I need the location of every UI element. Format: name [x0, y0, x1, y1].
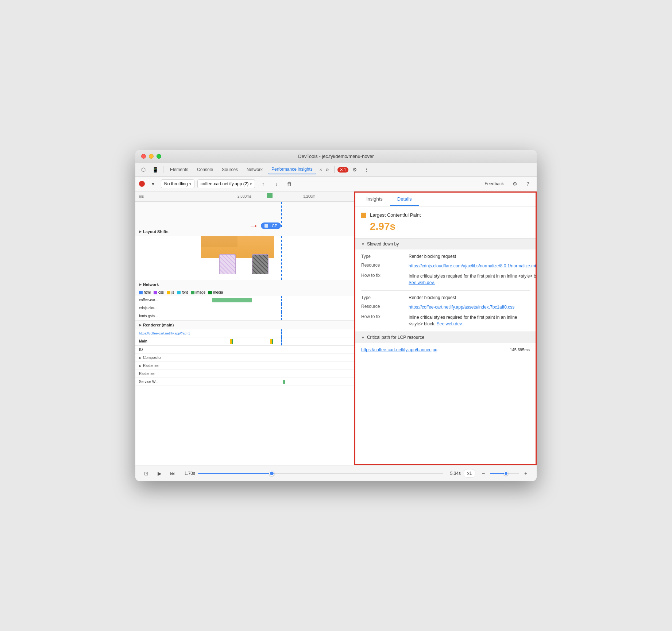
- tab-network[interactable]: Network: [243, 165, 266, 174]
- html-color: [139, 291, 143, 294]
- legend-font: font: [177, 290, 188, 294]
- legend-image: image: [191, 290, 205, 294]
- settings-icon[interactable]: ⚙: [350, 164, 360, 175]
- critical-path-header[interactable]: ▼ Critical path for LCP resource: [355, 332, 536, 343]
- session-dropdown[interactable]: coffee-cart.netlify.app (2) ▾: [197, 179, 255, 188]
- net-row-1: coffee-car...: [135, 296, 354, 304]
- cursor-icon[interactable]: ⬡: [138, 164, 148, 175]
- resource-link-2[interactable]: https://coffee-cart.netlify.app/assets/i…: [409, 304, 530, 310]
- tab-performance[interactable]: Performance insights: [268, 165, 316, 174]
- time-ruler: ms 2,880ms 3,200m: [135, 191, 354, 202]
- tab-sources[interactable]: Sources: [218, 165, 242, 174]
- network-header[interactable]: ▶ Network: [135, 280, 354, 289]
- performance-subbar: ▾ No throttling ▾ coffee-cart.netlify.ap…: [135, 177, 537, 191]
- service-worker-label: Service W...: [139, 380, 172, 384]
- gear-icon[interactable]: ⚙: [510, 179, 520, 189]
- net-label-1: coffee-car...: [139, 298, 172, 302]
- main-content: ms 2,880ms 3,200m → LCP ▶ L: [135, 191, 537, 465]
- lcp-color-indicator: [361, 213, 366, 218]
- play-icon[interactable]: ▶: [154, 468, 165, 479]
- slider-thumb[interactable]: [269, 471, 274, 476]
- font-color: [177, 291, 181, 294]
- renderer-url-link[interactable]: https://coffee-cart.netlify.app/?ad=1: [139, 332, 190, 335]
- zoom-level-display: x1: [464, 469, 475, 478]
- insights-panel: Insights Details Largest Contentful Pain…: [354, 191, 537, 465]
- session-arrow-icon: ▾: [250, 182, 252, 186]
- download-icon[interactable]: ↓: [271, 179, 281, 189]
- skip-to-start-icon[interactable]: ⏮: [167, 468, 178, 479]
- rasterizer-label2: Rasterizer: [139, 372, 172, 376]
- image-label: image: [196, 290, 205, 294]
- type-label-2: Type: [361, 295, 405, 300]
- mobile-icon[interactable]: 📱: [150, 164, 160, 175]
- more-options-icon[interactable]: ⋮: [362, 164, 372, 175]
- start-time-display: 1.70s: [181, 471, 195, 476]
- tab-details[interactable]: Details: [390, 193, 419, 206]
- close-button[interactable]: [141, 154, 146, 159]
- lcp-arrow-icon: →: [248, 220, 259, 232]
- lcp-title: Largest Contentful Paint: [370, 212, 421, 218]
- record-button[interactable]: [139, 181, 145, 187]
- lcp-badge: LCP: [261, 222, 281, 229]
- rasterizer-section[interactable]: ▶ Rasterizer: [135, 362, 354, 370]
- image-color: [191, 291, 194, 294]
- layout-shifts-expand-icon: ▶: [139, 230, 142, 233]
- see-link-1[interactable]: See web.dev.: [409, 280, 435, 285]
- tab-insights[interactable]: Insights: [359, 193, 390, 206]
- renderer-main-row: Main: [135, 337, 354, 345]
- renderer-url-row: https://coffee-cart.netlify.app/?ad=1: [135, 329, 354, 337]
- dropdown-arrow-small[interactable]: ▾: [148, 179, 158, 189]
- tab-console[interactable]: Console: [193, 165, 217, 174]
- layout-shifts-header[interactable]: ▶ Layout Shifts: [135, 227, 354, 236]
- time-label-3200: 3,200m: [303, 194, 315, 198]
- renderer-green-bar1: [232, 339, 233, 344]
- tab-elements[interactable]: Elements: [166, 165, 192, 174]
- thumb2-inner: [252, 255, 268, 274]
- help-icon[interactable]: ?: [523, 179, 533, 189]
- renderer-label: Renderer (main): [143, 323, 174, 327]
- renderer-header[interactable]: ▶ Renderer (main): [135, 321, 354, 329]
- legend-js: js: [167, 290, 174, 294]
- upload-icon[interactable]: ↑: [258, 179, 268, 189]
- js-color: [167, 291, 170, 294]
- error-badge[interactable]: ✕ 1: [337, 167, 348, 173]
- slowed-by-header[interactable]: ▼ Slowed down by: [355, 238, 536, 249]
- network-legend: html css js font: [135, 289, 354, 296]
- toolbar-separator: [163, 166, 163, 173]
- tab-close-icon[interactable]: ✕: [319, 168, 322, 172]
- insights-tabs: Insights Details: [355, 193, 536, 206]
- see-link-2[interactable]: See web.dev.: [437, 321, 463, 326]
- fix-label-1: How to fix: [361, 273, 405, 286]
- time-indicator-line: [281, 202, 282, 227]
- fix-text-2: Inline critical styles required for the …: [409, 314, 530, 327]
- feedback-button[interactable]: Feedback: [482, 180, 507, 188]
- zoom-slider-thumb[interactable]: [504, 471, 508, 476]
- layout-shift-thumb2: [252, 254, 269, 274]
- compositor-expand-icon: ▶: [139, 356, 142, 360]
- error-x-icon: ✕: [340, 167, 343, 172]
- type-value-2: Render blocking request: [409, 295, 530, 300]
- lcp-badge-square: [264, 224, 268, 228]
- minimize-button[interactable]: [149, 154, 154, 159]
- layout-dashed-line: [281, 236, 282, 280]
- network-expand-icon: ▶: [139, 283, 142, 286]
- throttling-dropdown[interactable]: No throttling ▾: [161, 179, 194, 188]
- renderer-green-bar2: [272, 339, 273, 344]
- compositor-section[interactable]: ▶ Compositor: [135, 354, 354, 362]
- zoom-plus-icon[interactable]: +: [521, 468, 531, 479]
- zoom-slider-track[interactable]: [490, 473, 519, 474]
- screenshot-icon[interactable]: ⊡: [141, 468, 151, 479]
- maximize-button[interactable]: [157, 154, 161, 159]
- main-toolbar: ⬡ 📱 Elements Console Sources Network Per…: [135, 163, 537, 177]
- net-dashed-1: [281, 296, 282, 304]
- end-time-display: 5.34s: [446, 471, 461, 476]
- critical-path-link[interactable]: https://coffee-cart.netlify.app/banner.j…: [361, 347, 437, 352]
- delete-icon[interactable]: 🗑: [284, 179, 294, 189]
- timeline-slider[interactable]: [198, 473, 443, 474]
- resource-link-1[interactable]: https://cdnjs.cloudflare.com/ajax/libs/n…: [409, 263, 536, 269]
- slowed-item-1: Type Render blocking request Resource ht…: [355, 249, 536, 290]
- layout-shifts-section: ▶ Layout Shifts: [135, 227, 354, 280]
- media-label: media: [213, 290, 223, 294]
- tab-overflow-button[interactable]: »: [324, 165, 331, 174]
- zoom-minus-icon[interactable]: −: [478, 468, 488, 479]
